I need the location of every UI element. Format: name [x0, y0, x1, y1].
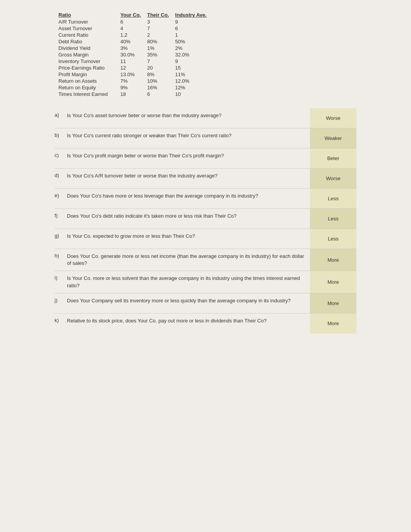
table-cell: 11 — [120, 58, 147, 65]
qa-row-i: i)Is Your Co. more or less solvent than … — [55, 271, 356, 293]
qa-label-c: c) — [55, 148, 67, 168]
table-row: Asset Turnover476 — [58, 25, 213, 32]
qa-row-k: k)Relative to its stock price, does Your… — [55, 314, 356, 334]
table-row: A/R Turnover639 — [58, 19, 213, 25]
qa-label-g: g) — [55, 229, 67, 249]
table-row: Inventory Turnover1179 — [58, 58, 213, 65]
qa-row-f: f)Does Your Co's debt ratio indicate it'… — [55, 209, 356, 229]
table-cell: 9 — [175, 58, 213, 65]
table-row: Times Interest Earned18610 — [58, 91, 213, 97]
table-cell: Times Interest Earned — [58, 91, 120, 97]
table-cell: 11% — [175, 71, 213, 78]
qa-question-i: Is Your Co. more or less solvent than th… — [67, 271, 310, 293]
qa-question-a: Is Your Co's asset turnover beter or wor… — [67, 108, 310, 128]
table-cell: 6 — [147, 91, 175, 97]
table-cell: 16% — [147, 84, 175, 91]
table-cell: 15 — [175, 65, 213, 71]
qa-question-e: Does Your Co's have more or less leverag… — [67, 189, 310, 208]
table-row: Current Ratio1.221 — [58, 32, 213, 38]
table-row: Profit Margin13.0%8%11% — [58, 71, 213, 78]
table-cell: 35% — [147, 51, 175, 58]
table-cell: Debt Ratio — [58, 38, 120, 45]
table-cell: 7 — [147, 58, 175, 65]
qa-answer-e: Less — [310, 189, 356, 208]
qa-question-k: Relative to its stock price, does Your C… — [67, 314, 310, 334]
qa-question-h: Does Your Co. generate more or less net … — [67, 249, 310, 271]
qa-question-f: Does Your Co's debt ratio indicate it's … — [67, 209, 310, 228]
table-cell: 9% — [120, 84, 147, 91]
qa-label-h: h) — [55, 249, 67, 271]
table-cell: 8% — [147, 71, 175, 78]
table-cell: 30.0% — [120, 51, 147, 58]
table-cell: Return on Equity — [58, 84, 120, 91]
main-container: RatioYour Co.Their Co.Industry Ave. A/R … — [55, 12, 356, 334]
qa-label-i: i) — [55, 271, 67, 293]
table-cell: 50% — [175, 38, 213, 45]
qa-section: a)Is Your Co's asset turnover beter or w… — [55, 108, 356, 334]
table-cell: 2 — [147, 32, 175, 38]
table-col-header: Their Co. — [147, 12, 175, 19]
table-cell: 10 — [175, 91, 213, 97]
table-cell: 10% — [147, 78, 175, 84]
table-cell: 3% — [120, 45, 147, 51]
qa-answer-k: More — [310, 314, 356, 334]
table-cell: Profit Margin — [58, 71, 120, 78]
table-cell: Inventory Turnover — [58, 58, 120, 65]
table-cell: Gross Margin — [58, 51, 120, 58]
table-cell: 80% — [147, 38, 175, 45]
table-cell: A/R Turnover — [58, 19, 120, 25]
qa-question-c: Is Your Co's profit margin beter or wors… — [67, 148, 310, 168]
table-cell: 13.0% — [120, 71, 147, 78]
table-cell: 12.0% — [175, 78, 213, 84]
table-cell: 6 — [120, 19, 147, 25]
table-cell: 18 — [120, 91, 147, 97]
table-row: Dividend Yield3%1%2% — [58, 45, 213, 51]
table-cell: 2% — [175, 45, 213, 51]
table-cell: Return on Assets — [58, 78, 120, 84]
qa-row-c: c)Is Your Co's profit margin beter or wo… — [55, 148, 356, 169]
table-cell: 3 — [147, 19, 175, 25]
table-cell: 1% — [147, 45, 175, 51]
table-cell: 9 — [175, 19, 213, 25]
table-row: Price-Earnings Ratio122015 — [58, 65, 213, 71]
table-cell: 40% — [120, 38, 147, 45]
qa-question-b: Is Your Co's current ratio stronger or w… — [67, 128, 310, 148]
table-cell: 7 — [147, 25, 175, 32]
table-cell: Current Ratio — [58, 32, 120, 38]
qa-answer-f: Less — [310, 209, 356, 228]
qa-answer-g: Less — [310, 229, 356, 249]
table-row: Debt Ratio40%80%50% — [58, 38, 213, 45]
ratio-table: RatioYour Co.Their Co.Industry Ave. A/R … — [55, 12, 356, 97]
table-cell: 1.2 — [120, 32, 147, 38]
qa-label-k: k) — [55, 314, 67, 334]
table-cell: 20 — [147, 65, 175, 71]
qa-row-j: j)Does Your Company sell its inventory m… — [55, 293, 356, 314]
qa-label-b: b) — [55, 128, 67, 148]
table-row: Return on Equity9%16%12% — [58, 84, 213, 91]
table-cell: 6 — [175, 25, 213, 32]
table-cell: 1 — [175, 32, 213, 38]
qa-answer-a: Worse — [310, 108, 356, 128]
qa-label-e: e) — [55, 189, 67, 208]
qa-row-g: g)Is Your Co. expected to grow more or l… — [55, 229, 356, 249]
qa-label-d: d) — [55, 169, 67, 188]
table-cell: 4 — [120, 25, 147, 32]
table-cell: Price-Earnings Ratio — [58, 65, 120, 71]
qa-answer-j: More — [310, 293, 356, 313]
qa-row-d: d)Is Your Co's A/R turnover beter or wor… — [55, 169, 356, 189]
qa-question-d: Is Your Co's A/R turnover beter or worse… — [67, 169, 310, 188]
qa-row-b: b)Is Your Co's current ratio stronger or… — [55, 128, 356, 148]
qa-label-j: j) — [55, 293, 67, 313]
qa-answer-i: More — [310, 271, 356, 293]
table-row: Gross Margin30.0%35%32.0% — [58, 51, 213, 58]
table-col-header: Your Co. — [120, 12, 147, 19]
qa-row-h: h)Does Your Co. generate more or less ne… — [55, 249, 356, 271]
table-cell: 32.0% — [175, 51, 213, 58]
qa-label-a: a) — [55, 108, 67, 128]
table-cell: Asset Turnover — [58, 25, 120, 32]
qa-answer-c: Beter — [310, 148, 356, 168]
qa-answer-d: Worse — [310, 169, 356, 188]
table-col-header: Ratio — [58, 12, 120, 19]
qa-question-j: Does Your Company sell its inventory mor… — [67, 293, 310, 313]
table-cell: Dividend Yield — [58, 45, 120, 51]
